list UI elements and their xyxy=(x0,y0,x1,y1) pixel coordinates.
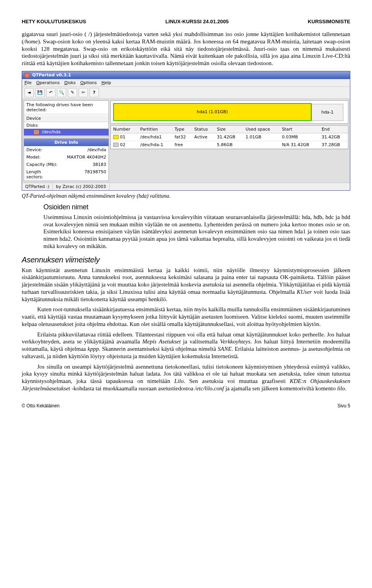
menu-help[interactable]: Help xyxy=(102,80,111,85)
cut-icon[interactable]: ✂ xyxy=(79,88,88,97)
undo-icon[interactable]: ↶ xyxy=(46,88,55,97)
drive-info-grid: Device: /dev/hda Model: MAXTOR 4K040H2 C… xyxy=(24,146,108,181)
pencil-icon[interactable]: ✎ xyxy=(68,88,77,97)
footer-author: © Otto Kekäläinen xyxy=(22,403,60,409)
drive-info-val: MAXTOR 4K040H2 xyxy=(61,153,108,161)
status-left: QTParted :) xyxy=(22,183,53,190)
device-tree-header: Device xyxy=(24,115,108,122)
header-right: KURSSIMONISTE xyxy=(308,19,350,24)
menu-operations[interactable]: Operations xyxy=(36,80,60,85)
fat32-icon xyxy=(113,135,119,139)
partition-table: Number Partition Type Status Size Used s… xyxy=(111,126,348,149)
device-path: /dev/hda xyxy=(42,129,60,134)
free-icon xyxy=(113,143,119,147)
status-bar: QTParted :) by Zzrac (c) 2002-2003 xyxy=(22,183,350,190)
arrow-left-icon[interactable]: ◄ xyxy=(24,88,34,97)
tree-group-label: Disks xyxy=(26,123,38,128)
device-tree-item-hda[interactable]: /dev/hda xyxy=(24,129,108,136)
menu-options[interactable]: Options xyxy=(80,80,96,85)
qtparted-screenshot: QTParted v0.3.1 File Operations Disks Op… xyxy=(22,71,350,191)
partition-bar-free[interactable]: hda-1 xyxy=(312,104,343,121)
save-icon[interactable]: 💾 xyxy=(35,88,45,97)
magnifier-icon[interactable]: 🔍 xyxy=(57,88,66,97)
partition-bar-hda1[interactable]: hda1 (1.01GB) hda-1 xyxy=(113,103,312,121)
app-icon xyxy=(24,72,30,78)
header-center: LINUX-KURSSI 24.01.2005 xyxy=(165,19,229,24)
table-row[interactable]: 01 /dev/hda1 fat32 Active 31.42GB 1.01GB… xyxy=(111,133,348,141)
sec2-p3: Erilaista pikkuviilattavaa riittää edell… xyxy=(22,331,350,360)
sec2-p2: Kuten root-tunnuksella sisäänkirjautuess… xyxy=(22,306,350,328)
menu-file[interactable]: File xyxy=(24,80,31,85)
drive-info-val: /dev/hda xyxy=(61,146,108,153)
page-footer: © Otto Kekäläinen Sivu 5 xyxy=(22,403,350,409)
subheading-osioiden-nimet: Osioiden nimet xyxy=(43,203,350,211)
window-titlebar: QTParted v0.3.1 xyxy=(22,71,350,79)
drive-info-key: Length sectors: xyxy=(24,168,61,181)
intro-paragraph: gigatavua suuri juuri-osio ( /) järjeste… xyxy=(22,31,350,67)
page-header: HETY KOULUTUSKESKUS LINUX-KURSSI 24.01.2… xyxy=(22,19,350,24)
drive-info-key: Model: xyxy=(24,153,61,161)
menu-disks[interactable]: Disks xyxy=(64,80,76,85)
window-title: QTParted v0.3.1 xyxy=(32,72,71,78)
sec2-p1: Kun käynnistät asennetun Linuxin ensimmä… xyxy=(22,267,350,303)
drive-info-val: 78198750 xyxy=(61,168,108,181)
toolbar: ◄ 💾 ↶ 🔍 ✎ ✂ ? xyxy=(22,87,350,99)
sec2-p4: Jos sinulla on useampi käyttöjärjestelmä… xyxy=(22,363,350,392)
device-tree-root[interactable]: Disks xyxy=(24,122,108,129)
disk-icon xyxy=(33,129,40,135)
drive-info-val: 38183 xyxy=(61,161,108,168)
drives-detected-label: The following drives have been detected: xyxy=(24,101,108,114)
table-row[interactable]: 02 /dev/hda-1 free 5.86GB N/A 31.42GB 37… xyxy=(111,141,348,148)
partition-bar-label: hda1 (1.01GB) xyxy=(197,109,228,114)
header-left: HETY KOULUTUSKESKUS xyxy=(22,19,86,24)
menu-bar: File Operations Disks Options Help xyxy=(22,79,350,87)
help-icon[interactable]: ? xyxy=(90,88,99,97)
status-right: by Zzrac (c) 2002-2003 xyxy=(53,183,109,190)
footer-page: Sivu 5 xyxy=(338,403,350,409)
screenshot-caption: QT-Parted-ohjelman näkymä ensimmäinen ko… xyxy=(22,193,350,199)
osioiden-nimet-body: Useimmissa Linuxin osiointiohjelmissa ja… xyxy=(43,214,350,250)
drive-info-key: Capacity (Mb): xyxy=(24,161,61,168)
section-asennuksen-viimeistely: Asennuksen viimeistely xyxy=(22,255,350,264)
table-header-row: Number Partition Type Status Size Used s… xyxy=(111,126,348,133)
drive-info-key: Device: xyxy=(24,146,61,153)
drive-info-header: Drive Info xyxy=(24,139,108,146)
